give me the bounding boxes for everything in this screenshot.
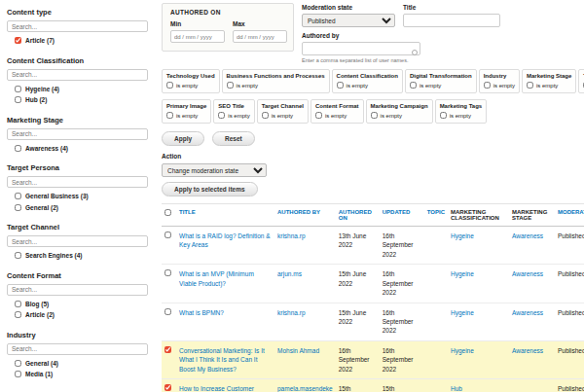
facet-option[interactable]: General (2) (15, 204, 148, 211)
facet-search-input[interactable] (7, 69, 148, 81)
action-select[interactable]: Change moderation state (162, 163, 267, 177)
row-select-checkbox[interactable] (164, 384, 171, 391)
authored-on-max-input[interactable] (233, 30, 287, 43)
is-empty-checkbox[interactable] (440, 112, 447, 119)
is-empty-checkbox[interactable] (218, 112, 225, 119)
title-filter-input[interactable] (403, 14, 500, 27)
facet-checkbox[interactable] (15, 360, 21, 367)
facet-option[interactable]: Search Engines (4) (15, 252, 148, 259)
is-empty-checkbox[interactable] (227, 82, 234, 89)
facet-option[interactable]: Media (1) (15, 371, 148, 377)
facet-search-input[interactable] (7, 20, 148, 32)
facet-option[interactable]: General Business (3) (15, 193, 148, 199)
authored-on-min-input[interactable] (170, 30, 225, 43)
facet-search-input[interactable] (7, 284, 148, 296)
row-title-link[interactable]: How to Increase Customer Acquisition wit… (179, 385, 254, 392)
moderation-state-select[interactable]: Published (302, 14, 395, 27)
facet-option[interactable]: Blog (5) (15, 301, 148, 307)
is-empty-option[interactable]: is empty (371, 112, 428, 119)
apply-button[interactable]: Apply (162, 131, 204, 146)
facet-checkbox[interactable] (15, 204, 21, 211)
is-empty-checkbox[interactable] (166, 112, 173, 119)
is-empty-checkbox[interactable] (166, 82, 173, 89)
row-title-link[interactable]: What is a RAID log? Definition & Key Are… (179, 232, 271, 248)
facet-option[interactable]: Awareness (4) (15, 145, 148, 152)
row-select-checkbox[interactable] (164, 232, 171, 238)
facet-checkbox[interactable] (15, 193, 21, 199)
empty-filter-row-1: Technology Used is empty Business Functi… (162, 69, 584, 93)
is-empty-option[interactable]: is empty (315, 112, 359, 119)
sort-topic[interactable]: TOPIC (427, 209, 445, 215)
apply-to-selected-button[interactable]: Apply to selected items (162, 182, 258, 196)
facet-checkbox[interactable] (15, 86, 21, 92)
is-empty-option[interactable]: is empty (166, 112, 206, 119)
row-select-checkbox[interactable] (164, 346, 171, 353)
sort-authored-by[interactable]: AUTHORED BY (277, 209, 320, 215)
empty-filter-marketing-stage: Marketing Stage is empty (522, 69, 576, 93)
is-empty-option[interactable]: is empty (337, 82, 398, 89)
row-author-link[interactable]: arjun.ms (277, 270, 302, 277)
authored-by-input[interactable] (302, 42, 420, 55)
facet-checkbox[interactable] (15, 371, 21, 377)
sort-updated[interactable]: UPDATED (383, 209, 411, 215)
row-stage-link[interactable]: Awareness (512, 232, 543, 239)
row-stage-link[interactable]: Awareness (512, 270, 543, 277)
facet-option[interactable]: General (4) (15, 360, 148, 367)
facet-option[interactable]: Article (2) (15, 311, 148, 318)
is-empty-option[interactable]: is empty (484, 82, 515, 89)
row-title-link[interactable]: What is an MVP (Minimum Viable Product)? (179, 270, 254, 286)
is-empty-option[interactable]: is empty (440, 112, 483, 119)
row-select-checkbox[interactable] (164, 269, 171, 276)
empty-filter-digital-transformation: Digital Transformation is empty (405, 69, 477, 93)
row-author-link[interactable]: Mohsin Ahmad (277, 347, 319, 354)
row-classification-link[interactable]: Hub (451, 385, 462, 392)
empty-filter-content-classification: Content Classification is empty (332, 69, 403, 93)
row-classification-link[interactable]: Hygeine (451, 232, 474, 239)
row-author-link[interactable]: krishna.rp (277, 232, 306, 239)
is-empty-checkbox[interactable] (371, 112, 378, 119)
is-empty-option[interactable]: is empty (262, 112, 304, 119)
is-empty-option[interactable]: is empty (227, 82, 325, 89)
facet-search-input[interactable] (7, 176, 148, 188)
is-empty-option[interactable]: is empty (527, 82, 571, 89)
facet-option[interactable]: Article (7) (15, 37, 148, 44)
select-all-checkbox[interactable] (164, 209, 171, 216)
row-classification-link[interactable]: Hygeine (451, 270, 474, 277)
facet-checkbox[interactable] (15, 37, 21, 44)
is-empty-checkbox[interactable] (337, 82, 344, 89)
row-stage-link[interactable]: Awareness (512, 347, 543, 354)
row-classification-link[interactable]: Hygeine (451, 347, 474, 354)
row-select-checkbox[interactable] (164, 308, 171, 315)
is-empty-option[interactable]: is empty (218, 112, 249, 119)
sort-title[interactable]: TITLE (179, 209, 196, 215)
facet-checkbox[interactable] (15, 96, 21, 103)
facet-checkbox[interactable] (15, 311, 21, 318)
facet-search-input[interactable] (7, 235, 148, 247)
facet-search-input[interactable] (7, 343, 148, 355)
row-title-link[interactable]: What is BPMN? (179, 309, 224, 316)
facet-search-input[interactable] (7, 128, 148, 140)
row-stage-link[interactable]: Awareness (512, 309, 543, 316)
is-empty-checkbox[interactable] (527, 82, 533, 89)
facet-option-label: Hub (2) (25, 96, 47, 103)
row-authored-on: 15th June 2022 (336, 303, 380, 340)
reset-button[interactable]: Reset (212, 131, 255, 146)
is-empty-checkbox[interactable] (484, 82, 491, 89)
is-empty-option[interactable]: is empty (410, 82, 472, 89)
facet-checkbox[interactable] (15, 301, 21, 307)
is-empty-checkbox[interactable] (315, 112, 322, 119)
facet-option[interactable]: Hub (2) (15, 96, 148, 103)
facet-option[interactable]: Hygeine (4) (15, 86, 148, 92)
is-empty-checkbox[interactable] (262, 112, 269, 119)
is-empty-checkbox[interactable] (410, 82, 417, 89)
is-empty-option[interactable]: is empty (166, 82, 215, 89)
authored-on-legend: AUTHORED ON (170, 9, 285, 16)
facet-checkbox[interactable] (15, 145, 21, 152)
row-title-link[interactable]: Conversational Marketing: Is It What I T… (179, 347, 265, 373)
row-author-link[interactable]: krishna.rp (277, 309, 306, 316)
sort-moderation-state[interactable]: MODERATION STATE (558, 209, 584, 215)
facet-checkbox[interactable] (15, 252, 21, 259)
row-classification-link[interactable]: Hygeine (451, 309, 474, 316)
row-author-link[interactable]: pamela.masendeke (277, 385, 333, 392)
sort-authored-on[interactable]: AUTHORED ON (339, 209, 372, 221)
